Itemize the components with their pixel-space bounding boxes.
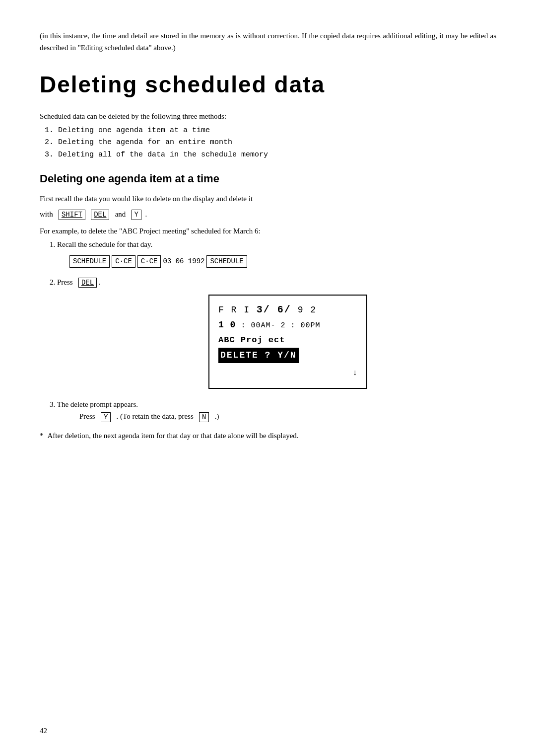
page-number: 42 (40, 725, 47, 737)
shift-key: SHIFT (59, 210, 85, 220)
list-item: 3. Deleting all of the data in the sched… (45, 150, 496, 161)
asterisk-note: * After deletion, the next agenda item f… (40, 430, 496, 442)
del-key-2: DEL (78, 278, 97, 288)
cce-cmd-2: C·CE (137, 255, 161, 268)
keyboard-line: with SHIFT DEL and Y . (40, 208, 496, 221)
del-key: DEL (91, 210, 109, 220)
lcd-line-4: DELETE ? Y/N (218, 348, 299, 363)
schedule-cmd-1: SCHEDULE (69, 255, 110, 268)
asterisk-symbol: * (40, 430, 44, 442)
y-key-2: Y (101, 412, 111, 422)
step-3-subtext: Press Y . (To retain the data, press N .… (79, 411, 496, 422)
y-key: Y (132, 210, 141, 220)
example-line: For example, to delete the "ABC Project … (40, 225, 496, 237)
lcd-screen: F R I 3/ 6/ 9 2 1 0 : 00AM- 2 : 00PM ABC… (208, 295, 367, 389)
sub-title: Deleting one agenda item at a time (40, 170, 496, 187)
lcd-line-3: ABC Proj ect (218, 334, 357, 347)
lcd-arrow: ↓ (218, 367, 357, 379)
main-title: Deleting scheduled data (40, 68, 496, 102)
lcd-line-2: 1 0 : 00AM- 2 : 00PM (218, 318, 357, 332)
step-3-block: 3. The delete prompt appears. Press Y . … (50, 399, 496, 422)
list-item: 1. Deleting one agenda item at a time (45, 125, 496, 137)
cce-cmd-1: C·CE (112, 255, 135, 268)
date-text: 03 06 1992 (163, 256, 204, 267)
step-3-text: 3. The delete prompt appears. (50, 399, 496, 410)
body-text-1: First recall the data you would like to … (40, 193, 496, 205)
step-1: 1. Recall the schedule for that day. (50, 239, 496, 250)
list-item: 2. Deleting the agenda for an entire mon… (45, 137, 496, 149)
schedule-cmd-2: SCHEDULE (206, 255, 247, 268)
lcd-display: F R I 3/ 6/ 9 2 1 0 : 00AM- 2 : 00PM ABC… (208, 295, 367, 389)
lcd-line-1: F R I 3/ 6/ 9 2 (218, 302, 357, 317)
n-key: N (199, 412, 209, 422)
numbered-list: 1. Deleting one agenda item at a time 2.… (45, 125, 496, 161)
step-2: 2. Press DEL . (50, 277, 496, 288)
section-intro: Scheduled data can be deleted by the fol… (40, 111, 496, 122)
intro-paragraph: (in this instance, the time and detail a… (40, 30, 496, 54)
command-sequence: SCHEDULE C·CE C·CE 03 06 1992 SCHEDULE (69, 255, 496, 268)
